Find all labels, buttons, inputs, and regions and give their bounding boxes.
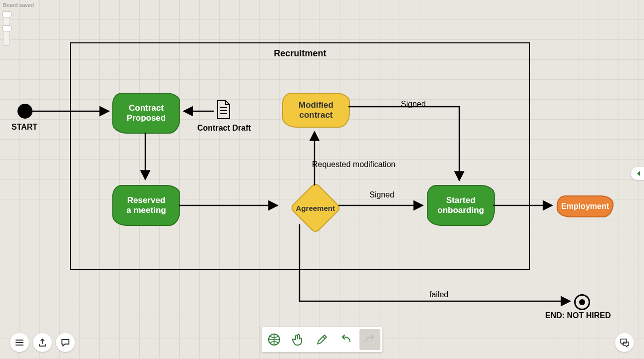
chevron-left-icon	[636, 170, 642, 177]
list-icon	[14, 338, 24, 348]
start-node[interactable]	[17, 104, 32, 119]
svg-line-11	[323, 337, 325, 339]
tool-toolbar	[262, 327, 382, 352]
hand-icon	[291, 333, 305, 347]
node-reserved-meeting[interactable]: Reserved a meeting	[112, 185, 180, 226]
zoom-thumb-mid[interactable]	[2, 25, 11, 31]
edge-label-failed: failed	[429, 290, 448, 299]
export-icon	[37, 338, 47, 348]
globe-tool[interactable]	[264, 329, 285, 350]
list-button[interactable]	[10, 333, 29, 352]
globe-icon	[267, 333, 281, 347]
export-button[interactable]	[33, 333, 52, 352]
edge-label-signed-mid: Signed	[369, 190, 394, 199]
zoom-thumb-top[interactable]	[2, 11, 11, 17]
edge-label-requested-modification: Requested modification	[312, 160, 395, 169]
recruitment-container[interactable]: Recruitment	[70, 42, 530, 270]
node-started-onboarding[interactable]: Started onboarding	[427, 185, 495, 226]
contract-draft-label: Contract Draft	[197, 124, 251, 133]
comment-icon	[60, 338, 70, 348]
comments-button[interactable]	[56, 333, 75, 352]
end-label: END: NOT HIRED	[545, 311, 611, 320]
start-label: START	[11, 123, 37, 132]
hand-tool[interactable]	[288, 329, 309, 350]
node-agreement-label: Agreement	[296, 204, 335, 212]
node-contract-proposed[interactable]: Contract Proposed	[112, 93, 180, 134]
redo-icon	[363, 333, 377, 347]
document-icon[interactable]	[216, 100, 232, 122]
pencil-tool[interactable]	[312, 329, 332, 350]
container-title: Recruitment	[71, 48, 529, 59]
node-modified-contract[interactable]: Modified contract	[282, 93, 350, 128]
expand-panel-tab[interactable]	[631, 167, 644, 180]
undo-icon	[339, 333, 353, 347]
chat-icon	[619, 337, 630, 348]
save-status: Board saved	[3, 2, 34, 8]
end-node[interactable]	[574, 294, 590, 310]
undo-tool[interactable]	[335, 329, 356, 350]
redo-tool	[359, 329, 380, 350]
node-employment[interactable]: Employment	[557, 195, 614, 217]
pencil-icon	[315, 333, 329, 347]
zoom-slider[interactable]	[3, 10, 10, 46]
edge-label-signed-top: Signed	[401, 100, 426, 109]
chat-button[interactable]	[615, 333, 634, 352]
